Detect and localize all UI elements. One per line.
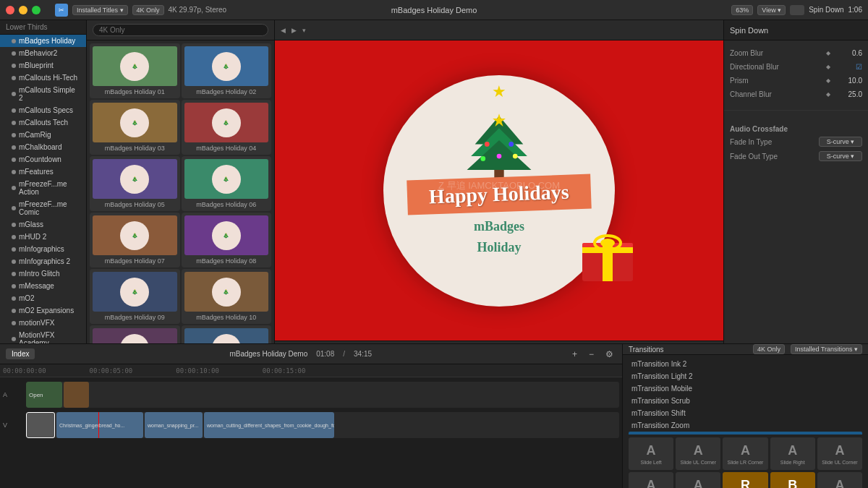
sidebar-item-0[interactable]: mBadges Holiday (0, 35, 86, 47)
sidebar-item-14[interactable]: mHUD 2 (0, 231, 86, 243)
grid-label-5: mBadges Holiday 06 (196, 201, 256, 208)
zoom-btn[interactable]: 63% (731, 5, 753, 15)
sidebar-item-4[interactable]: mCallouts Simple 2 (0, 84, 86, 104)
sidebar-item-18[interactable]: mMessage (0, 280, 86, 292)
trans-thumb-0[interactable]: ASlide Left (629, 437, 673, 470)
zoom-blur-diamond[interactable]: ◆ (823, 48, 833, 58)
search-input[interactable] (93, 24, 268, 36)
preview-video: ★ (275, 40, 723, 341)
left-sidebar: Lower Thirds mBadges HolidaymBehavior2mB… (0, 20, 87, 364)
grid-item-3[interactable]: 🎄mBadges Holiday 04 (182, 100, 272, 155)
sidebar-item-13[interactable]: mGlass (0, 218, 86, 231)
sidebar-label-16: mInfographics 2 (19, 257, 70, 265)
sidebar-item-16[interactable]: mInfographics 2 (0, 255, 86, 267)
trans-thumb-3[interactable]: ASlide Right (770, 437, 815, 470)
sidebar-item-20[interactable]: mO2 Expansions (0, 304, 86, 317)
timeline-zoom-in[interactable]: + (569, 348, 580, 361)
traffic-light-fullscreen[interactable] (32, 6, 41, 14)
sidebar-dot-22 (12, 337, 16, 341)
sidebar-section-header: Lower Thirds (0, 20, 86, 35)
trans-grid-label-4: Slide UL Corner (822, 460, 858, 465)
grid-item-6[interactable]: 🎄mBadges Holiday 07 (90, 213, 180, 267)
preview-toolbar: ◀ ▶ ▾ (275, 20, 723, 40)
clip-thumb-1[interactable] (26, 412, 55, 438)
content-area: 🎄mBadges Holiday 01🎄mBadges Holiday 02🎄m… (87, 20, 275, 364)
sidebar-item-1[interactable]: mBehavior2 (0, 47, 86, 59)
sidebar-item-15[interactable]: mInfographics (0, 243, 86, 255)
sidebar-item-19[interactable]: mO2 (0, 292, 86, 304)
grid-item-1[interactable]: 🎄mBadges Holiday 02 (182, 43, 272, 98)
trans-thumb-6[interactable]: ASlide UR Corner (676, 472, 720, 488)
trans-letter-0: A (647, 443, 656, 458)
fade-in-select[interactable]: S-curve ▾ (819, 137, 862, 147)
transition-item-3[interactable]: mTransition Scrub (629, 395, 862, 407)
fade-out-label: Fade Out Type (730, 153, 819, 160)
directional-blur-checkbox[interactable]: ☑ (833, 63, 862, 71)
traffic-light-close[interactable] (6, 6, 14, 14)
sidebar-item-9[interactable]: mCountdown (0, 153, 86, 166)
tree-graphic (448, 112, 550, 184)
grid-item-2[interactable]: 🎄mBadges Holiday 03 (90, 100, 180, 155)
view-btn[interactable]: View ▾ (757, 5, 786, 15)
grid-label-4: mBadges Holiday 05 (105, 201, 165, 208)
clip-christmas[interactable]: Christmas_gingerbread_ho... (56, 412, 143, 438)
quality-btn[interactable]: 4K Only (132, 5, 164, 15)
track-label-audio: A (3, 391, 25, 398)
sidebar-item-7[interactable]: mCamRig (0, 129, 86, 141)
clip-icon[interactable] (64, 382, 89, 408)
trans-thumb-4[interactable]: ASlide UL Corner (817, 437, 862, 470)
transitions-quality-btn[interactable]: 4K Only (753, 344, 785, 354)
grid-item-7[interactable]: 🎄mBadges Holiday 08 (182, 213, 272, 267)
trans-thumb-7[interactable]: RSpin Down (723, 472, 767, 488)
timeline-tabs: Index (6, 348, 35, 359)
transition-item-1[interactable]: mTransition Light 2 (629, 370, 862, 382)
trans-thumb-8[interactable]: BSpin Up (770, 472, 815, 488)
transition-item-4[interactable]: mTransition Shift (629, 407, 862, 419)
svg-point-5 (509, 142, 514, 147)
clip-open[interactable]: Open (26, 382, 62, 408)
sidebar-item-5[interactable]: mCallouts Specs (0, 104, 86, 116)
sidebar-item-10[interactable]: mFeatures (0, 166, 86, 178)
sidebar-label-9: mCountdown (19, 155, 61, 163)
clip-woman-snapping[interactable]: woman_snapping_pr... (145, 412, 203, 438)
timeline-zoom-out[interactable]: − (586, 348, 597, 361)
prism-diamond[interactable]: ◆ (823, 76, 833, 85)
sidebar-label-7: mCamRig (19, 131, 51, 139)
installed-titles-btn[interactable]: Installed Titles ▾ (72, 5, 128, 15)
trans-thumb-9[interactable]: ASpiral (817, 472, 862, 488)
sidebar-item-6[interactable]: mCallouts Tech (0, 116, 86, 129)
transition-item-0[interactable]: mTransition Ink 2 (629, 358, 862, 370)
trans-thumb-1[interactable]: ASlide UL Corner (676, 437, 720, 470)
installed-transitions-btn[interactable]: Installed Transitions ▾ (791, 344, 862, 354)
top-bar-right: 63% View ▾ Spin Down 1:06 (482, 5, 862, 15)
sidebar-item-3[interactable]: mCallouts Hi-Tech (0, 72, 86, 84)
top-bar: ✂ Installed Titles ▾ 4K Only 4K 29.97p, … (0, 0, 868, 20)
trans-thumb-2[interactable]: ASlide LR Corner (723, 437, 767, 470)
channel-blur-diamond[interactable]: ◆ (823, 90, 833, 99)
sidebar-item-21[interactable]: motionVFX (0, 317, 86, 329)
sidebar-item-12[interactable]: mFreezeF...me Comic (0, 198, 86, 218)
grid-item-0[interactable]: 🎄mBadges Holiday 01 (90, 43, 180, 98)
grid-item-8[interactable]: 🎄mBadges Holiday 09 (90, 269, 180, 324)
traffic-light-minimize[interactable] (19, 6, 27, 14)
transition-item-2[interactable]: mTransition Mobile (629, 382, 862, 395)
grid-item-9[interactable]: 🎄mBadges Holiday 10 (182, 269, 272, 324)
grid-item-5[interactable]: 🎄mBadges Holiday 06 (182, 156, 272, 211)
trans-thumb-5[interactable]: ASlide Up (629, 472, 673, 488)
sidebar-item-17[interactable]: mIntro Glitch (0, 267, 86, 280)
clip-woman-cutting[interactable]: woman_cutting_different_shapes_from_cook… (204, 412, 334, 438)
gift-box (579, 227, 637, 285)
timeline-header: Index mBadges Holiday Demo 01:08 / 34:15… (0, 344, 622, 364)
timeline-area: Index mBadges Holiday Demo 01:08 / 34:15… (0, 344, 622, 488)
sidebar-item-8[interactable]: mChalkboard (0, 141, 86, 153)
timeline-settings[interactable]: ⚙ (603, 348, 616, 361)
sidebar-label-12: mFreezeF...me Comic (19, 200, 80, 216)
transition-item-5[interactable]: mTransition Zoom (629, 419, 862, 432)
grid-item-4[interactable]: 🎄mBadges Holiday 05 (90, 156, 180, 211)
fade-out-select[interactable]: S-curve ▾ (819, 151, 862, 161)
dir-blur-diamond[interactable]: ◆ (823, 62, 833, 72)
sidebar-item-2[interactable]: mBlueprint (0, 59, 86, 72)
tab-index[interactable]: Index (6, 348, 35, 359)
preview-resolution: ▾ (302, 27, 306, 34)
sidebar-item-11[interactable]: mFreezeF...me Action (0, 178, 86, 198)
